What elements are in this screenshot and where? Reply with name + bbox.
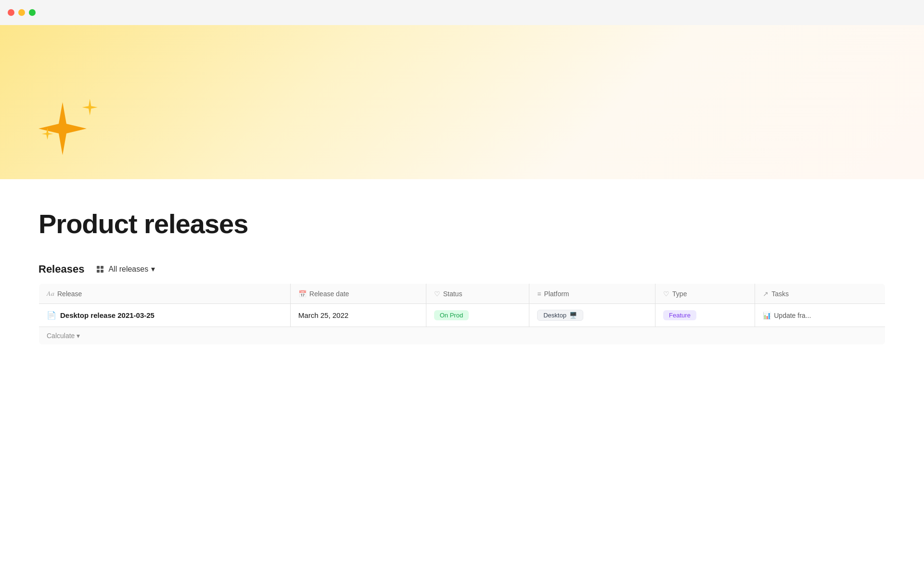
platform-text: Desktop <box>543 312 566 319</box>
status-col-icon: ♡ <box>434 290 440 298</box>
col-label-release: Release <box>57 290 82 298</box>
releases-section: Releases All releases ▾ <box>38 263 886 345</box>
col-header-type: ♡ Type <box>655 284 755 304</box>
calculate-cell: Calculate ▾ <box>39 327 886 345</box>
text-col-icon: 𝐴𝑎 <box>47 289 54 298</box>
col-label-platform: Platform <box>544 290 569 298</box>
col-header-tasks: ↗ Tasks <box>755 284 886 304</box>
cell-tasks: 📊 Update fra... <box>755 304 886 327</box>
col-header-status: ♡ Status <box>426 284 529 304</box>
minimize-button[interactable] <box>18 9 25 16</box>
release-name-text: Desktop release 2021-03-25 <box>60 311 154 319</box>
calendar-col-icon: 📅 <box>298 290 307 298</box>
col-label-tasks: Tasks <box>771 290 789 298</box>
grid-view-icon <box>97 265 105 274</box>
releases-header: Releases All releases ▾ <box>38 263 886 276</box>
all-releases-label: All releases <box>108 265 148 274</box>
type-badge: Feature <box>663 310 696 320</box>
cell-status: On Prod <box>426 304 529 327</box>
sparkles-decoration <box>29 97 106 170</box>
col-header-platform: ≡ Platform <box>529 284 655 304</box>
chevron-down-icon: ▾ <box>151 264 155 274</box>
all-releases-button[interactable]: All releases ▾ <box>92 263 160 276</box>
release-date-value: March 25, 2022 <box>298 311 348 319</box>
releases-heading: Releases <box>38 263 84 276</box>
col-label-status: Status <box>443 290 462 298</box>
tasks-icon: 📊 <box>763 312 771 319</box>
type-col-icon: ♡ <box>663 290 669 298</box>
titlebar <box>0 0 924 25</box>
cell-type: Feature <box>655 304 755 327</box>
status-badge: On Prod <box>434 310 469 320</box>
maximize-button[interactable] <box>29 9 36 16</box>
table-header-row: 𝐴𝑎 Release 📅 Release date ♡ Sta <box>39 284 886 304</box>
cell-platform: Desktop 🖥️ <box>529 304 655 327</box>
desktop-emoji-icon: 🖥️ <box>569 312 577 319</box>
col-label-type: Type <box>672 290 687 298</box>
col-header-release-date: 📅 Release date <box>290 284 426 304</box>
calculate-button[interactable]: Calculate ▾ <box>47 332 80 340</box>
close-button[interactable] <box>8 9 14 16</box>
tasks-value: Update fra... <box>774 312 811 319</box>
calculate-row: Calculate ▾ <box>39 327 886 345</box>
page-title: Product releases <box>38 208 886 239</box>
platform-badge: Desktop 🖥️ <box>537 310 583 321</box>
tasks-col-icon: ↗ <box>763 290 769 298</box>
doc-icon: 📄 <box>47 311 56 320</box>
platform-col-icon: ≡ <box>537 290 541 298</box>
calculate-label: Calculate <box>47 332 75 340</box>
cell-release: 📄 Desktop release 2021-03-25 <box>39 304 291 327</box>
col-label-release-date: Release date <box>309 290 349 298</box>
table-row[interactable]: 📄 Desktop release 2021-03-25 March 25, 2… <box>39 304 886 327</box>
cell-release-date: March 25, 2022 <box>290 304 426 327</box>
hero-banner <box>0 25 924 179</box>
calculate-chevron-icon: ▾ <box>77 332 80 340</box>
col-header-release: 𝐴𝑎 Release <box>39 284 291 304</box>
page-content: Product releases Releases All releases <box>0 179 924 364</box>
releases-table: 𝐴𝑎 Release 📅 Release date ♡ Sta <box>38 283 886 345</box>
